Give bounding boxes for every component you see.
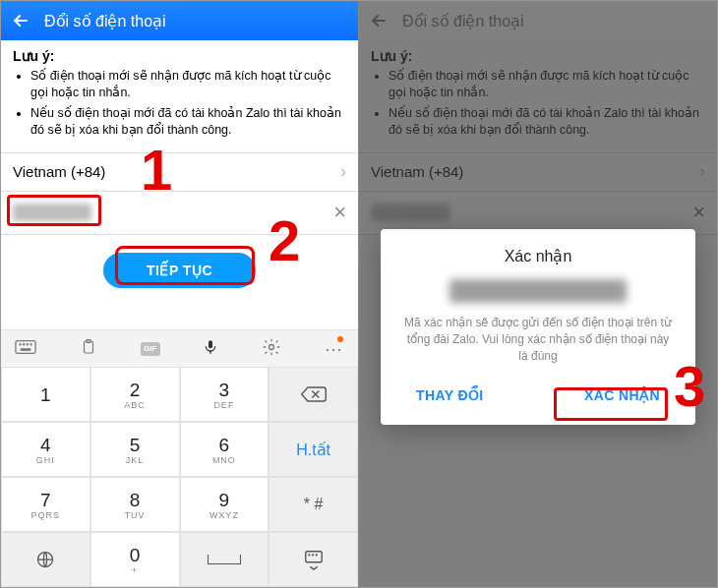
dialog-message: Mã xác nhận sẽ được gửi đến số điện thoạ… (396, 315, 680, 364)
notice-item: Nếu số điện thoại mới đã có tài khoản Za… (30, 105, 346, 139)
change-button[interactable]: THAY ĐỔI (406, 380, 494, 411)
key-backspace[interactable] (269, 367, 358, 422)
svg-rect-5 (21, 348, 30, 349)
phone-input[interactable] (13, 204, 91, 221)
svg-rect-8 (209, 340, 212, 348)
key-5[interactable]: 5JKL (90, 422, 180, 477)
svg-rect-0 (16, 340, 35, 353)
key-9[interactable]: 9WXYZ (180, 477, 269, 532)
dialog-phone-number (449, 279, 627, 303)
svg-point-13 (312, 555, 313, 556)
key-2[interactable]: 2ABC (90, 367, 180, 422)
header-title: Đổi số điện thoại (44, 12, 166, 30)
soft-keyboard: GIF ⋯ 1 2ABC 3DEF 4GHI 5JKL 6MNO (1, 329, 358, 587)
screen-change-phone: Đổi số điện thoại Lưu ý: Số điện thoại m… (1, 1, 359, 587)
keyboard-toolbar: GIF ⋯ (1, 329, 358, 367)
key-space[interactable] (180, 532, 269, 587)
svg-point-12 (309, 555, 310, 556)
dialog-actions: THAY ĐỔI XÁC NHẬN (396, 380, 680, 415)
keyboard-icon[interactable] (15, 339, 36, 359)
key-1[interactable]: 1 (1, 367, 90, 422)
notice-item: Số điện thoại mới sẽ nhận được mã kích h… (30, 68, 346, 101)
svg-point-2 (24, 343, 25, 344)
key-4[interactable]: 4GHI (1, 422, 90, 477)
dialog-title: Xác nhận (396, 247, 680, 265)
key-7[interactable]: 7PQRS (1, 477, 90, 532)
country-label: Vietnam (+84) (13, 163, 105, 180)
clipboard-icon[interactable] (80, 338, 97, 360)
screen-confirm-dialog: Đổi số điện thoại Lưu ý: Số điện thoại m… (359, 1, 717, 587)
gif-icon[interactable]: GIF (141, 342, 160, 356)
svg-rect-11 (305, 552, 322, 562)
key-0[interactable]: 0+ (90, 532, 180, 587)
app-header: Đổi số điện thoại (1, 1, 358, 40)
svg-point-9 (269, 344, 274, 349)
key-8[interactable]: 8TUV (90, 477, 180, 532)
key-6[interactable]: 6MNO (180, 422, 269, 477)
svg-point-1 (20, 343, 21, 344)
chevron-right-icon: › (340, 161, 346, 182)
continue-button[interactable]: TIẾP TỤC (103, 253, 256, 288)
back-arrow-icon[interactable] (11, 11, 30, 30)
key-symbols[interactable]: * # (269, 477, 358, 532)
svg-point-3 (27, 343, 28, 344)
svg-point-4 (30, 343, 31, 344)
settings-icon[interactable] (262, 337, 281, 361)
key-lang[interactable] (1, 532, 90, 587)
key-done[interactable]: H.tất (269, 422, 358, 477)
country-selector[interactable]: Vietnam (+84) › (1, 152, 358, 192)
confirm-button[interactable]: XÁC NHẬN (574, 380, 670, 411)
confirm-dialog: Xác nhận Mã xác nhận sẽ được gửi đến số … (381, 229, 695, 425)
key-hide[interactable] (269, 532, 358, 587)
continue-wrap: TIẾP TỤC (1, 235, 358, 298)
notice-block: Lưu ý: Số điện thoại mới sẽ nhận được mã… (1, 40, 358, 152)
notice-title: Lưu ý: (13, 48, 346, 64)
clear-icon[interactable]: × (333, 200, 346, 225)
phone-input-row[interactable]: × (1, 192, 358, 235)
mic-icon[interactable] (203, 337, 218, 361)
notification-dot-icon (337, 336, 343, 342)
key-3[interactable]: 3DEF (180, 367, 269, 422)
svg-point-14 (316, 555, 317, 556)
